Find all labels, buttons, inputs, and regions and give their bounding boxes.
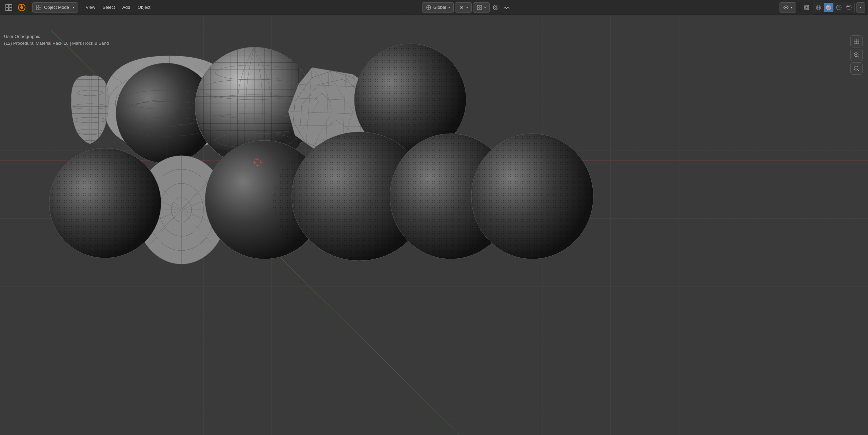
svg-point-125 [303, 135, 304, 136]
bottom-left-sphere [49, 148, 161, 258]
svg-rect-24 [806, 6, 808, 8]
separator-2 [80, 3, 80, 12]
objects-svg [0, 15, 868, 435]
transform-space-label: Global [433, 5, 446, 10]
topbar: Object Mode ▾ View Select Add Object Glo… [0, 0, 868, 15]
svg-point-28 [826, 5, 831, 10]
editor-type-icon[interactable] [3, 1, 15, 14]
svg-point-15 [461, 7, 462, 8]
topbar-center: Global ▾ ▾ ▾ [155, 2, 779, 13]
svg-point-105 [49, 148, 161, 258]
proportional-editing-btn[interactable] [491, 3, 500, 12]
object-menu[interactable]: Object [134, 2, 154, 13]
svg-rect-0 [6, 4, 8, 7]
mode-chevron: ▾ [73, 5, 74, 9]
svg-rect-2 [6, 8, 8, 11]
falloff-type-btn[interactable] [502, 3, 511, 12]
extra-options-dropdown[interactable]: ▾ [856, 2, 865, 13]
svg-rect-8 [39, 5, 41, 7]
svg-rect-7 [36, 5, 38, 7]
svg-point-22 [785, 6, 787, 8]
svg-point-5 [20, 6, 23, 9]
svg-point-21 [495, 6, 497, 8]
view-menu[interactable]: View [82, 2, 99, 13]
separator-1 [30, 3, 30, 12]
svg-point-33 [847, 6, 849, 7]
zoom-in-btn[interactable] [850, 49, 863, 61]
material-shading-btn[interactable] [834, 3, 844, 12]
rendered-shading-btn[interactable] [844, 3, 854, 12]
svg-point-29 [827, 6, 829, 7]
view-all-btn[interactable] [850, 35, 863, 47]
svg-rect-3 [9, 8, 12, 11]
object-mode-label: Object Mode [44, 5, 69, 10]
snap-dropdown[interactable]: ▾ [473, 2, 490, 13]
svg-point-32 [847, 5, 851, 10]
teardrop-object [71, 76, 108, 144]
svg-line-134 [857, 70, 859, 71]
svg-rect-18 [477, 8, 479, 9]
svg-rect-10 [39, 8, 41, 10]
pivot-point-dropdown[interactable]: ▾ [455, 2, 472, 13]
svg-rect-1 [9, 4, 12, 7]
fullscreen-btn[interactable] [802, 3, 811, 12]
transform-orientation-dropdown[interactable]: Global ▾ [422, 2, 454, 13]
select-menu[interactable]: Select [99, 2, 118, 13]
separator-right-1 [799, 3, 799, 12]
gizmo-toolbar [850, 35, 863, 75]
topbar-right: ▾ [780, 2, 865, 13]
solid-shading-btn[interactable] [824, 3, 833, 12]
zoom-out-btn[interactable] [850, 62, 863, 75]
svg-rect-9 [36, 8, 38, 10]
viewport-visibility-dropdown[interactable]: ▾ [780, 2, 796, 13]
svg-point-117 [471, 134, 593, 259]
svg-rect-19 [480, 8, 481, 9]
viewport-3d[interactable]: User Orthographic (12) Procedural Materi… [0, 15, 868, 435]
svg-rect-16 [477, 5, 479, 7]
svg-rect-23 [805, 5, 809, 9]
bottom-right-sphere [471, 134, 593, 259]
svg-line-130 [857, 56, 859, 57]
shading-cluster [813, 2, 855, 13]
blender-logo[interactable] [16, 1, 28, 14]
svg-point-103 [180, 209, 182, 211]
svg-rect-17 [480, 5, 481, 7]
object-mode-dropdown[interactable]: Object Mode ▾ [32, 2, 78, 13]
add-menu[interactable]: Add [119, 2, 134, 13]
svg-point-20 [493, 5, 498, 10]
wireframe-shading-btn[interactable] [814, 3, 823, 12]
